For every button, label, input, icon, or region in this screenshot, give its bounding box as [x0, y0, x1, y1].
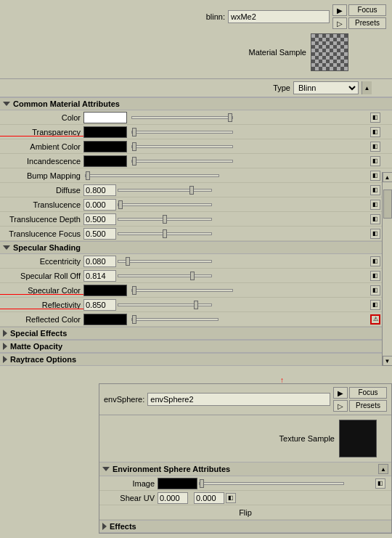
image-icon-btn[interactable]: ◧: [375, 478, 385, 489]
reflectivity-input[interactable]: [83, 299, 116, 311]
reflectivity-icon-btn[interactable]: ◧: [370, 300, 380, 310]
transparency-slider[interactable]: [131, 131, 233, 134]
color-icon-btn[interactable]: ◧: [370, 113, 380, 123]
translucence-focus-input[interactable]: [83, 228, 116, 240]
scroll-up-btn[interactable]: ▲: [383, 172, 393, 182]
ambient-color-swatch[interactable]: [83, 141, 127, 152]
specular-rolloff-slider[interactable]: [118, 274, 212, 277]
bump-icon-btn[interactable]: ◧: [370, 171, 380, 181]
specular-shading-header[interactable]: Specular Shading: [0, 241, 392, 254]
reflectivity-row: Reflectivity ◧: [0, 298, 392, 312]
env-presets-button[interactable]: Presets: [349, 400, 387, 412]
matte-opacity-header[interactable]: Matte Opacity: [0, 340, 392, 353]
blinn-arrow-icon[interactable]: ▷: [332, 17, 347, 29]
specular-shading-title: Specular Shading: [13, 243, 81, 252]
reflected-color-slider[interactable]: [131, 318, 219, 321]
incandescence-icon-btn[interactable]: ◧: [370, 156, 380, 166]
transparency-label: Transparency: [0, 128, 83, 136]
specular-color-icon-btn[interactable]: ◧: [370, 285, 380, 296]
translucence-focus-slider-area: [116, 227, 369, 240]
shear-uv-input2[interactable]: [194, 492, 224, 504]
effects-section[interactable]: Effects: [99, 520, 391, 533]
env-sphere-input[interactable]: [147, 393, 330, 406]
material-sample-row: Material Sample: [0, 30, 392, 74]
specular-color-swatch[interactable]: [83, 285, 127, 296]
image-slider-area: [197, 476, 374, 490]
diffuse-input[interactable]: [83, 184, 116, 196]
transparency-icon-btn[interactable]: ◧: [370, 127, 380, 137]
material-sample-label: Material Sample: [249, 48, 306, 57]
scroll-down-btn[interactable]: ▼: [383, 356, 393, 366]
reflected-color-row: Reflected Color ⚠: [0, 312, 392, 327]
special-effects-header[interactable]: Special Effects: [0, 327, 392, 340]
common-material-header[interactable]: Common Material Attributes: [0, 97, 392, 110]
shear-uv-icon-btn[interactable]: ◧: [226, 493, 236, 503]
diffuse-icon-btn[interactable]: ◧: [370, 185, 380, 195]
transparency-swatch[interactable]: [83, 126, 127, 138]
color-slider-area: [130, 110, 369, 124]
env-scroll-up[interactable]: ▲: [378, 464, 388, 474]
translucence-focus-icon-btn[interactable]: ◧: [370, 229, 380, 239]
env-focus-button[interactable]: Focus: [349, 387, 387, 399]
env-forward-icon[interactable]: ▶: [333, 387, 348, 399]
scroll-thumb[interactable]: [383, 189, 392, 219]
color-label: Color: [0, 113, 83, 122]
incandescence-slider[interactable]: [131, 160, 233, 163]
bump-mapping-label: Bump Mapping: [0, 171, 83, 180]
main-scrollbar[interactable]: ▲ ▼: [382, 172, 392, 366]
color-swatch[interactable]: [83, 112, 127, 123]
image-slider[interactable]: [199, 482, 344, 485]
specular-rolloff-icon-btn[interactable]: ◧: [370, 271, 380, 281]
eccentricity-input[interactable]: [83, 256, 116, 267]
ambient-color-row: Ambient Color ◧: [0, 139, 392, 154]
texture-sample-row: Texture Sample: [99, 415, 391, 462]
env-section-header[interactable]: Environment Sphere Attributes ▲: [99, 462, 391, 476]
env-arrow-icon[interactable]: ▷: [333, 400, 348, 412]
focus-button[interactable]: Focus: [348, 4, 386, 16]
shear-uv-input1[interactable]: [158, 492, 188, 504]
eccentricity-icon-btn[interactable]: ◧: [370, 256, 380, 266]
diffuse-slider[interactable]: [118, 189, 212, 192]
specular-rolloff-label: Specular Roll Off: [0, 272, 83, 280]
reflected-color-icon-btn[interactable]: ⚠: [370, 314, 380, 325]
translucence-input[interactable]: [83, 199, 116, 211]
env-section-title: Environment Sphere Attributes: [113, 465, 230, 473]
specular-color-slider-area: [130, 283, 369, 297]
translucence-icon-btn[interactable]: ◧: [370, 200, 380, 210]
image-swatch[interactable]: [158, 478, 197, 489]
color-slider[interactable]: [131, 116, 233, 119]
specular-rolloff-input[interactable]: [83, 270, 116, 282]
scroll-up-btn[interactable]: ▲: [362, 81, 372, 94]
blinn-row: blinn: ▶ Focus ▷ Presets: [0, 4, 392, 29]
translucence-depth-slider[interactable]: [118, 218, 212, 221]
cursor-indicator: ↑: [280, 376, 286, 385]
bump-slider[interactable]: [85, 174, 219, 177]
specular-color-slider[interactable]: [131, 289, 233, 292]
ambient-slider-area: [130, 139, 369, 153]
ambient-slider[interactable]: [131, 145, 233, 148]
reflected-color-swatch[interactable]: [83, 314, 127, 325]
reflected-color-label: Reflected Color: [0, 315, 83, 324]
translucence-focus-slider[interactable]: [118, 232, 212, 235]
scroll-track[interactable]: [383, 182, 393, 356]
shear-uv-row: Shear UV ◧: [99, 491, 391, 505]
raytrace-header[interactable]: Raytrace Options: [0, 353, 392, 366]
specular-rolloff-row: Specular Roll Off ◧: [0, 269, 392, 283]
reflectivity-slider[interactable]: [118, 303, 212, 306]
env-sphere-popup: envSphere: ▶ Focus ▷ Presets Texture Sam…: [99, 383, 392, 534]
presets-button[interactable]: Presets: [348, 17, 386, 29]
collapse-arrow-specular: [3, 245, 10, 250]
env-collapse-arrow: [102, 467, 110, 471]
translucence-depth-icon-btn[interactable]: ◧: [370, 214, 380, 224]
ambient-color-label: Ambient Color: [0, 142, 83, 151]
translucence-depth-input[interactable]: [83, 213, 116, 225]
type-select[interactable]: Blinn: [293, 81, 359, 94]
blinn-forward-icon[interactable]: ▶: [332, 4, 347, 16]
matte-opacity-title: Matte Opacity: [10, 342, 62, 351]
ambient-icon-btn[interactable]: ◧: [370, 142, 380, 152]
translucence-slider[interactable]: [118, 203, 212, 206]
diffuse-slider-area: [116, 183, 369, 197]
eccentricity-slider[interactable]: [118, 260, 212, 263]
blinn-input[interactable]: [228, 10, 330, 23]
incandescence-swatch[interactable]: [83, 155, 127, 167]
